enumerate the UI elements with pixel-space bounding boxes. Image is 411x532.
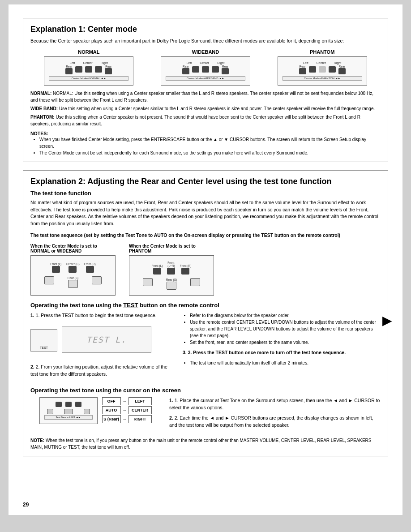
cs-sub <box>64 409 73 414</box>
tt-col1-label: When the Center Mode is set toNORMAL or … <box>30 244 116 253</box>
ph-front-left-speaker <box>309 66 316 73</box>
cursor-row-auto: AUTO → CENTER <box>102 406 152 414</box>
front-left-speaker <box>75 66 82 73</box>
phantom-bold: PHANTOM: <box>30 115 55 120</box>
wb-front-right-speaker <box>212 66 219 73</box>
test-label: TEST <box>40 346 48 349</box>
tt-ph-rear-right-sub <box>190 278 200 286</box>
step1-label: 1. Press the TEST button to begin the te… <box>36 313 157 318</box>
step1-text: 1. 1. Press the TEST button to begin the… <box>30 312 174 319</box>
normal-speaker-row: Rear Rear <box>65 65 112 74</box>
tt-ph-rear-left-sub <box>143 278 153 286</box>
wideband-diagram-box: Left Center Right Rear <box>161 56 250 86</box>
tt-center-icon <box>68 266 77 273</box>
right-bullets: Refer to the diagrams below for the spea… <box>183 312 381 346</box>
cursor-spk-top <box>56 402 81 407</box>
step3-bullets: The test tone will automatically turn it… <box>183 360 381 366</box>
test-button-left-col: 1. 1. Press the TEST button to begin the… <box>30 312 174 382</box>
test-button-two-col: 1. 1. Press the TEST button to begin the… <box>30 312 381 382</box>
seq-bold: The test tone sequence (set by setting t… <box>30 232 381 239</box>
page-number: 29 <box>23 502 29 508</box>
bullet2: Use the remote control CENTER LEVEL UP/D… <box>190 319 381 339</box>
wb-rear-right-speaker <box>222 68 229 74</box>
display-text: TEST L. <box>86 335 127 344</box>
page: Explanation 1: Center mode Because the C… <box>9 4 402 515</box>
wideband-speaker-row: Rear Rear <box>182 65 229 74</box>
cursor-step2-num: 2. <box>169 415 175 420</box>
tt-ph-center-icon <box>167 268 175 275</box>
tt-phantom-col: When the Center Mode is set toPHANTOM Fr… <box>129 244 214 296</box>
cursor-step2-label: 2. Each time the ◄ and ► CURSOR buttons … <box>169 415 373 428</box>
note-title: NOTE: <box>30 438 44 443</box>
phantom-speaker-labels: Left Center Right <box>303 61 341 64</box>
phantom-speaker-row: Rear Rear <box>299 65 346 74</box>
cursor-dest-center: CENTER <box>128 406 152 414</box>
wb-center-speaker <box>202 66 209 73</box>
tt-ph-rear-row: Rear (S) <box>143 278 201 290</box>
tt-normal-diagram: Front (L) Center (C) Front (R) <box>31 256 115 295</box>
section2-intro: No matter what kind of program sources a… <box>30 199 381 227</box>
center-speaker <box>85 66 92 73</box>
cursor-speaker-box: Test Tone = LEFT ◄► <box>39 397 98 424</box>
note-item-1: When you have finished Center Mode setti… <box>39 136 381 150</box>
cursor-options: OFF → LEFT AUTO → <box>102 397 152 424</box>
normal-label: NORMAL <box>78 49 99 55</box>
crescent-icon: ▶ <box>382 313 392 328</box>
op-test-title: Operating the test tone using the TEST b… <box>30 302 381 309</box>
step2-label: 2. From your listening position, adjust … <box>30 364 167 377</box>
wideband-bold: WIDE BAND: <box>30 106 58 111</box>
rear-left-speaker <box>65 68 73 74</box>
tt-col2-text: When the Center Mode is set toPHANTOM <box>129 244 196 253</box>
cursor-left-label: LEFT <box>135 399 145 403</box>
wideband-speaker-labels: Left Center Right <box>186 61 224 64</box>
cursor-diagram: Test Tone = LEFT ◄► OFF → LEFT <box>39 397 152 424</box>
display-mockup-row: TEST TEST L. <box>30 322 174 358</box>
test-button-mockup: TEST <box>30 329 57 352</box>
test-button-right-col: Refer to the diagrams below for the spea… <box>183 312 381 382</box>
rear-right-speaker <box>105 68 112 74</box>
cursor-center-label: CENTER <box>132 408 148 412</box>
section1-box: Explanation 1: Center mode Because the C… <box>23 18 388 162</box>
cursor-step1-label: 1. Place the cursor at Test Tone on the … <box>169 398 380 410</box>
normal-diagram-col: NORMAL Left Center Right Rear <box>35 49 142 86</box>
tt-front-r: Front (R) <box>84 262 96 273</box>
ph-rear-right-speaker <box>338 68 346 74</box>
step2-num: 2. <box>30 364 36 369</box>
step3-text: 3. 3. Press the TEST button once more to… <box>183 349 381 356</box>
display-mockup: TEST L. <box>62 326 151 353</box>
phantom-explanation: PHANTOM: Use this setting when a Center … <box>30 114 381 127</box>
cursor-row-rear: S (Rear) → RIGHT <box>102 415 152 423</box>
tt-col2-label: When the Center Mode is set toPHANTOM <box>129 244 214 253</box>
tt-rear-icon <box>68 280 78 288</box>
cs-left-icon <box>56 402 62 407</box>
notes-title: NOTES: <box>30 131 381 136</box>
bullet4: The test tone will automatically turn it… <box>190 360 381 366</box>
cursor-btn-auto: AUTO <box>102 406 121 414</box>
phantom-text: Use this setting when a Center speaker i… <box>30 115 360 126</box>
cursor-arrow-1: → <box>123 408 127 412</box>
cursor-auto-label: AUTO <box>106 408 117 412</box>
tt-ph-rear-icon <box>167 282 176 290</box>
tt-phantom-box: Front (L) Front(L+R) Front (R) <box>129 255 214 296</box>
tt-normal-speaker-top: Front (L) Center (C) Front (R) <box>50 262 95 273</box>
ph-center-speaker <box>319 66 326 73</box>
notes-section: NOTES: When you have finished Center Mod… <box>30 131 381 156</box>
section1-title: Explanation 1: Center mode <box>30 25 381 34</box>
cs-right <box>75 402 81 407</box>
cursor-arrow-2: → <box>123 417 127 421</box>
section2-title: Explanation 2: Adjusting the Rear and Ce… <box>30 177 381 186</box>
cursor-spk-rear <box>47 409 90 414</box>
tt-col1-text: When the Center Mode is set toNORMAL or … <box>30 244 97 253</box>
center-mode-diagrams: NORMAL Left Center Right Rear <box>30 49 381 86</box>
test-tone-diagrams: When the Center Mode is set toNORMAL or … <box>30 244 381 296</box>
wideband-status-bar: Center Mode=WIDEBAND ◄► <box>166 76 245 81</box>
cursor-step2-text: 2. 2. Each time the ◄ and ► CURSOR butto… <box>169 415 381 429</box>
ph-rear-left-speaker <box>299 68 306 74</box>
normal-bold: NORMAL: <box>30 91 51 96</box>
cursor-step1-num: 1. <box>169 398 175 403</box>
section1-intro: Because the Center speaker plays such an… <box>30 38 381 45</box>
cursor-section: Operating the test tone using the cursor… <box>30 387 381 450</box>
cursor-off-label: OFF <box>107 399 116 403</box>
tt-ph-rear-s: Rear (S) <box>166 278 177 290</box>
tt-rear-s: Rear (S) <box>68 276 79 288</box>
